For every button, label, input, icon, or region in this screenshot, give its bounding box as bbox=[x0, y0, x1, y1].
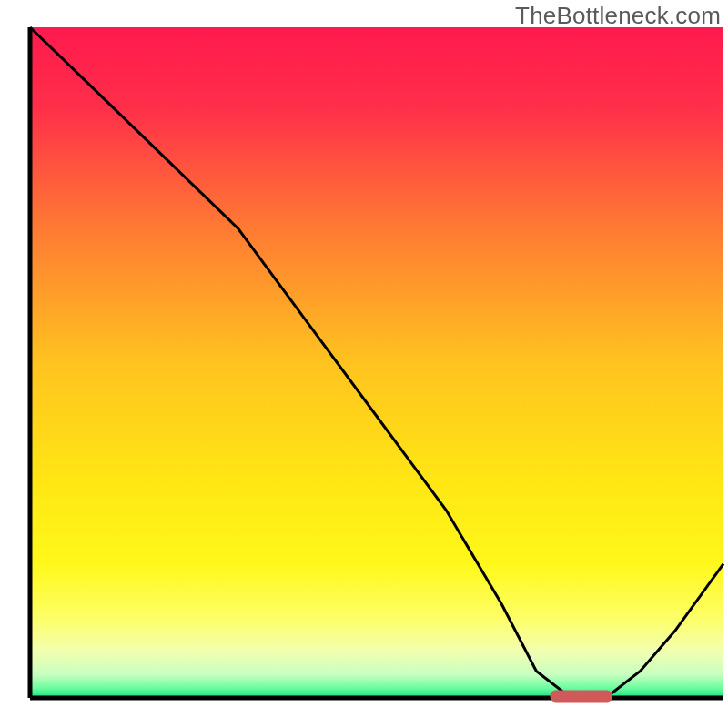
optimal-range-marker bbox=[551, 691, 613, 703]
plot-svg bbox=[0, 0, 728, 728]
bottleneck-chart: TheBottleneck.com bbox=[0, 0, 728, 728]
watermark-text: TheBottleneck.com bbox=[515, 2, 721, 30]
